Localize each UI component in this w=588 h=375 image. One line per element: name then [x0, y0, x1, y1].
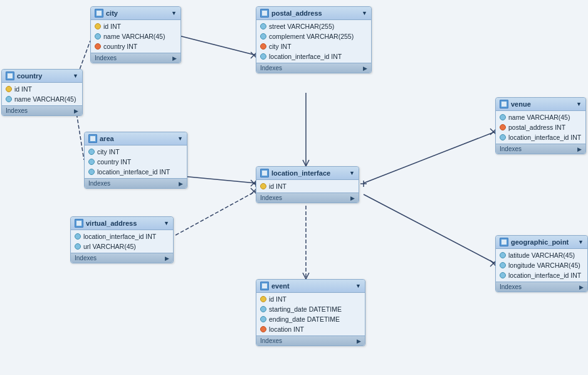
table-row: name VARCHAR(45) [2, 94, 82, 104]
table-event-icon [260, 282, 269, 290]
field-text: id INT [269, 295, 286, 303]
table-area-name: area [100, 135, 114, 142]
table-geo-header: geographic_point ▼ [496, 236, 587, 249]
table-geo-indexes[interactable]: Indexes ▶ [496, 282, 587, 292]
field-text: location INT [269, 325, 304, 333]
table-virtual-indexes[interactable]: Indexes ▶ [71, 253, 173, 263]
field-text: street VARCHAR(255) [269, 23, 334, 30]
table-row: url VARCHAR(45) [71, 241, 173, 251]
svg-line-21 [176, 191, 256, 235]
table-venue-arrow[interactable]: ▼ [576, 101, 582, 107]
table-row: ending_date DATETIME [256, 314, 365, 324]
table-area[interactable]: area ▼ city INT country INT location_int… [84, 132, 187, 189]
field-text: name VARCHAR(45) [103, 33, 165, 40]
table-postal-arrow[interactable]: ▼ [362, 10, 367, 16]
table-city-body: id INT name VARCHAR(45) country INT [91, 20, 181, 53]
table-city[interactable]: city ▼ id INT name VARCHAR(45) country I… [90, 6, 181, 63]
table-country-name: country [17, 72, 42, 80]
field-text: url VARCHAR(45) [83, 243, 136, 250]
table-area-arrow[interactable]: ▼ [177, 135, 183, 142]
table-row: name VARCHAR(45) [91, 31, 181, 41]
table-venue-name: venue [511, 100, 531, 108]
field-icon [260, 53, 266, 60]
table-event-arrow[interactable]: ▼ [355, 283, 361, 289]
field-text: location_interface_id INT [508, 134, 581, 141]
indexes-arrow: ▶ [74, 108, 78, 114]
indexes-arrow: ▶ [577, 146, 582, 152]
table-venue-indexes[interactable]: Indexes ▶ [496, 144, 585, 154]
table-virtual-address[interactable]: virtual_address ▼ location_interface_id … [70, 216, 174, 263]
table-geo-icon [500, 238, 508, 246]
svg-line-13 [303, 160, 306, 166]
table-area-indexes[interactable]: Indexes ▶ [85, 178, 187, 188]
table-row: latitude VARCHAR(45) [496, 250, 587, 260]
table-area-body: city INT country INT location_interface_… [85, 145, 187, 178]
table-location-body: id INT [256, 180, 359, 193]
field-icon [260, 316, 266, 322]
table-country-icon [6, 71, 14, 80]
pk-icon [95, 23, 101, 29]
table-event-indexes[interactable]: Indexes ▶ [256, 335, 365, 346]
svg-line-15 [364, 132, 495, 183]
diagram-canvas: country ▼ id INT name VARCHAR(45) Indexe… [0, 0, 588, 375]
table-city-icon [95, 9, 103, 18]
field-text: city INT [97, 148, 120, 156]
table-city-header: city ▼ [91, 7, 181, 20]
table-location-arrow[interactable]: ▼ [349, 170, 355, 176]
table-postal-indexes[interactable]: Indexes ▶ [256, 63, 371, 73]
table-location-name: location_interface [271, 169, 330, 177]
table-row: id INT [91, 21, 181, 31]
table-row: country INT [85, 157, 187, 167]
field-text: location_interface_id INT [97, 168, 170, 176]
field-icon [88, 159, 95, 165]
table-virtual-icon [75, 219, 83, 228]
indexes-arrow: ▶ [357, 338, 361, 344]
field-text: id INT [269, 182, 286, 190]
table-geographic-point[interactable]: geographic_point ▼ latitude VARCHAR(45) … [495, 235, 588, 292]
field-text: country INT [97, 158, 131, 166]
field-icon [500, 262, 506, 268]
table-venue-header: venue ▼ [496, 98, 585, 111]
table-country-indexes[interactable]: Indexes ▶ [2, 105, 82, 115]
table-event-body: id INT starting_date DATETIME ending_dat… [256, 293, 365, 335]
field-icon [260, 306, 266, 312]
table-postal-name: postal_address [271, 9, 322, 17]
table-venue-icon [500, 100, 508, 108]
field-icon [500, 272, 506, 278]
pk-icon [260, 183, 266, 189]
field-text: location_interface_id INT [508, 272, 581, 279]
table-event[interactable]: event ▼ id INT starting_date DATETIME en… [256, 279, 365, 346]
table-city-name: city [106, 9, 118, 17]
table-virtual-body: location_interface_id INT url VARCHAR(45… [71, 230, 173, 253]
fk-icon [95, 43, 101, 50]
field-text: name VARCHAR(45) [508, 114, 570, 121]
field-icon [6, 96, 12, 102]
table-row: id INT [256, 294, 365, 304]
field-icon [260, 33, 266, 40]
table-country[interactable]: country ▼ id INT name VARCHAR(45) Indexe… [1, 69, 83, 116]
table-venue[interactable]: venue ▼ name VARCHAR(45) postal_address … [495, 97, 586, 154]
field-icon [88, 149, 95, 155]
table-location-indexes[interactable]: Indexes ▶ [256, 193, 359, 203]
table-postal-address[interactable]: postal_address ▼ street VARCHAR(255) com… [256, 6, 372, 73]
field-text: id INT [14, 85, 32, 93]
indexes-arrow: ▶ [172, 55, 177, 61]
table-geo-arrow[interactable]: ▼ [578, 239, 584, 245]
table-country-body: id INT name VARCHAR(45) [2, 83, 82, 105]
table-postal-address-header: postal_address ▼ [256, 7, 371, 20]
table-country-arrow[interactable]: ▼ [73, 73, 78, 79]
table-row: country INT [91, 41, 181, 51]
table-city-indexes[interactable]: Indexes ▶ [91, 53, 181, 63]
table-location-interface[interactable]: location_interface ▼ id INT Indexes ▶ [256, 166, 359, 203]
table-row: city INT [85, 147, 187, 157]
field-icon [500, 134, 506, 140]
table-country-header: country ▼ [2, 70, 82, 83]
indexes-arrow: ▶ [579, 284, 584, 290]
field-text: longitude VARCHAR(45) [508, 261, 580, 269]
table-row: location_interface_id INT [85, 167, 187, 177]
field-text: postal_address INT [508, 124, 565, 131]
table-city-arrow[interactable]: ▼ [171, 10, 177, 16]
table-virtual-arrow[interactable]: ▼ [164, 220, 169, 226]
svg-line-9 [176, 176, 256, 183]
table-row: id INT [2, 84, 82, 94]
